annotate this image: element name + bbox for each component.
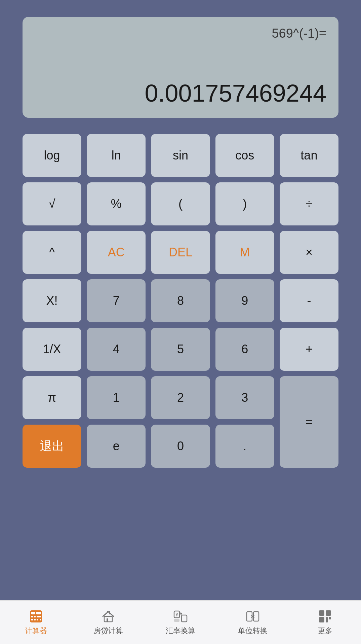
btn-percent[interactable]: % xyxy=(87,182,146,225)
svg-rect-9 xyxy=(40,619,41,620)
btn-0[interactable]: 0 xyxy=(151,425,210,468)
btn-power[interactable]: ^ xyxy=(23,231,81,274)
exchange-icon: ¥ xyxy=(173,609,188,624)
btn-7[interactable]: 7 xyxy=(87,279,146,322)
svg-rect-7 xyxy=(34,619,36,620)
svg-rect-11 xyxy=(107,618,108,622)
svg-rect-20 xyxy=(319,617,324,622)
btn-del[interactable]: DEL xyxy=(151,231,210,274)
svg-rect-19 xyxy=(326,610,331,616)
svg-rect-14 xyxy=(182,615,187,622)
svg-rect-6 xyxy=(31,619,33,620)
calculator-icon xyxy=(29,609,43,624)
nav-converter-label: 单位转换 xyxy=(238,626,268,636)
svg-rect-8 xyxy=(37,619,38,620)
svg-rect-2 xyxy=(36,612,41,614)
btn-sin[interactable]: sin xyxy=(151,134,210,177)
svg-rect-15 xyxy=(174,619,179,622)
nav-exchange-label: 汇率换算 xyxy=(166,626,195,636)
mortgage-icon xyxy=(101,609,116,624)
btn-divide[interactable]: ÷ xyxy=(280,182,338,225)
button-grid: log ln sin cos tan √ % ( ) ÷ ^ AC DEL M … xyxy=(23,134,338,468)
btn-cos[interactable]: cos xyxy=(215,134,274,177)
btn-log[interactable]: log xyxy=(23,134,81,177)
nav-more-label: 更多 xyxy=(318,626,332,636)
converter-icon xyxy=(245,609,260,624)
nav-exchange[interactable]: ¥ 汇率换算 xyxy=(145,609,217,636)
svg-rect-21 xyxy=(326,617,328,622)
btn-9[interactable]: 9 xyxy=(215,279,274,322)
btn-sqrt[interactable]: √ xyxy=(23,182,81,225)
svg-rect-5 xyxy=(37,616,41,617)
display-result: 0.0017574692​44 xyxy=(35,79,326,107)
btn-rparen[interactable]: ) xyxy=(215,182,274,225)
btn-4[interactable]: 4 xyxy=(87,328,146,371)
svg-rect-1 xyxy=(31,612,35,614)
btn-5[interactable]: 5 xyxy=(151,328,210,371)
bottom-nav: 计算器 房贷计算 ¥ 汇率换算 单位转换 xyxy=(0,600,361,644)
nav-calculator-label: 计算器 xyxy=(25,626,47,636)
svg-text:¥: ¥ xyxy=(176,613,178,617)
btn-multiply[interactable]: × xyxy=(280,231,338,274)
btn-8[interactable]: 8 xyxy=(151,279,210,322)
btn-e[interactable]: e xyxy=(87,425,146,468)
btn-lparen[interactable]: ( xyxy=(151,182,210,225)
btn-ac[interactable]: AC xyxy=(87,231,146,274)
nav-mortgage-label: 房贷计算 xyxy=(93,626,123,636)
btn-factorial[interactable]: X! xyxy=(23,279,81,322)
nav-converter[interactable]: 单位转换 xyxy=(216,609,289,636)
btn-plus[interactable]: + xyxy=(280,328,338,371)
btn-3[interactable]: 3 xyxy=(215,376,274,419)
svg-rect-22 xyxy=(329,617,331,619)
btn-2[interactable]: 2 xyxy=(151,376,210,419)
svg-rect-3 xyxy=(31,616,33,617)
btn-dot[interactable]: . xyxy=(215,425,274,468)
btn-minus[interactable]: - xyxy=(280,279,338,322)
more-icon xyxy=(318,609,332,624)
svg-rect-4 xyxy=(34,616,36,617)
calculator-display: 569^(-1)= 0.0017574692​44 xyxy=(23,17,338,118)
nav-mortgage[interactable]: 房贷计算 xyxy=(72,609,145,636)
btn-reciprocal[interactable]: 1/X xyxy=(23,328,81,371)
svg-rect-16 xyxy=(247,612,252,621)
btn-equals[interactable]: = xyxy=(280,376,338,468)
nav-calculator[interactable]: 计算器 xyxy=(0,609,72,636)
svg-rect-17 xyxy=(253,612,259,621)
display-expression: 569^(-1)= xyxy=(35,26,326,41)
btn-ln[interactable]: ln xyxy=(87,134,146,177)
nav-more[interactable]: 更多 xyxy=(289,609,361,636)
btn-pi[interactable]: π xyxy=(23,376,81,419)
btn-memory[interactable]: M xyxy=(215,231,274,274)
btn-6[interactable]: 6 xyxy=(215,328,274,371)
btn-tan[interactable]: tan xyxy=(280,134,338,177)
btn-exit[interactable]: 退出 xyxy=(23,425,81,468)
btn-1[interactable]: 1 xyxy=(87,376,146,419)
svg-rect-18 xyxy=(319,610,324,616)
